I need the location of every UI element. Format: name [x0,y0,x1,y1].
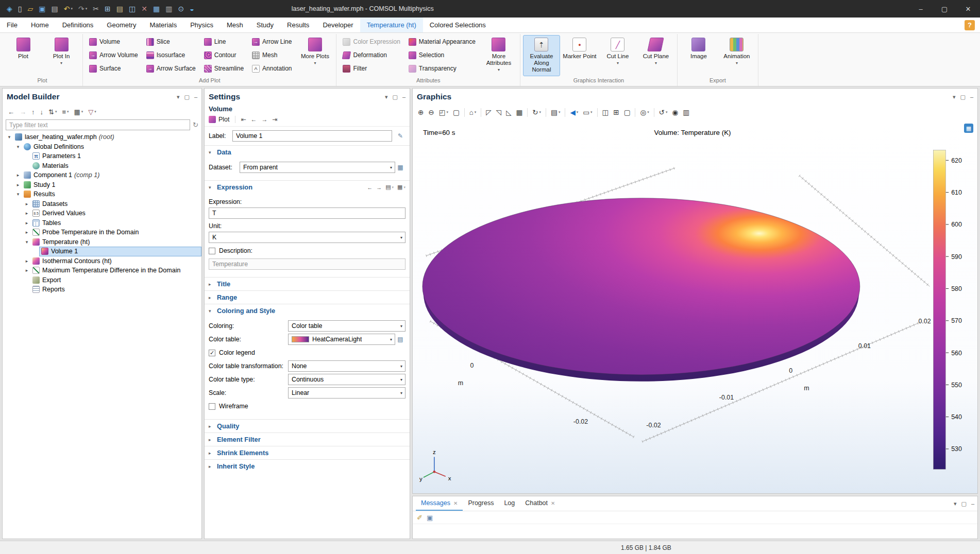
section-header-data[interactable]: ▾Data [205,146,410,159]
copy-icon[interactable]: ⊞ [102,5,113,13]
tab-file[interactable]: File [0,18,24,32]
print-icon[interactable]: ▥ [681,108,691,116]
tree-item-isothermal-contours-ht[interactable]: Isothermal Contours (ht) [30,256,201,266]
collapse-node-icon[interactable]: ▾ [14,144,22,149]
minimize-panel-icon[interactable]: – [402,94,405,100]
material-appearance-button[interactable]: Material Appearance [404,35,480,48]
save-all-icon[interactable]: ▤ [49,5,61,13]
section-header-shrink-elements[interactable]: ▸Shrink Elements [205,446,410,459]
open-icon[interactable]: ▱ [25,5,36,13]
section-header-inherit-style[interactable]: ▸Inherit Style [205,460,410,473]
close-tab-icon[interactable]: ✕ [551,500,555,506]
tab-mesh[interactable]: Mesh [220,18,250,32]
tab-results[interactable]: Results [280,18,316,32]
minimize-panel-icon[interactable]: – [970,94,973,100]
tab-messages[interactable]: Messages✕ [416,496,463,511]
help-icon[interactable]: ? [965,20,975,30]
plot-next-icon[interactable]: → [260,116,269,123]
expand-node-icon[interactable]: ▸ [23,220,30,226]
node-columns-icon[interactable]: ▦▾ [72,108,86,116]
recorder-icon[interactable]: ▥ [163,5,175,13]
undo-icon[interactable]: ↶▾ [61,5,75,13]
tree-item-study-1[interactable]: Study 1 [22,180,201,190]
arrow-surface-button[interactable]: Arrow Surface [142,62,200,75]
tree-item-derived-values[interactable]: 8.5Derived Values [30,209,201,218]
more-plots-button[interactable]: More Plots▾ [296,35,333,76]
minimize-button[interactable]: – [909,0,933,18]
wireframe-checkbox[interactable] [209,403,215,410]
dataset-combo[interactable]: From parent▾ [240,162,395,173]
tree-item-laser-heating-wafer-mph[interactable]: laser_heating_wafer.mph(root) [13,132,201,142]
graphics-context-icon[interactable]: ▦ [964,124,973,133]
insert-expression-icon[interactable]: ▦▾ [397,184,405,191]
arrow-volume-button[interactable]: Arrow Volume [85,48,142,62]
transparency-button[interactable]: Transparency [404,62,480,75]
tree-item-temperature-ht[interactable]: Temperature (ht) [30,237,201,247]
float-panel-icon[interactable]: ▢ [961,500,966,507]
select-mode-icon[interactable]: ◀▾ [568,108,580,116]
expand-node-icon[interactable]: ▸ [14,182,22,187]
tab-chatbot[interactable]: Chatbot✕ [520,496,560,511]
plot-last-icon[interactable]: ⇥ [271,116,279,123]
section-header-coloring-and-style[interactable]: ▾Coloring and Style [205,304,410,317]
color-table-combo[interactable]: HeatCameraLight▾ [288,334,395,345]
selection-button[interactable]: Selection [404,48,480,62]
animation-button[interactable]: Animation▾ [718,35,755,76]
refresh-plot-icon[interactable]: ↻▾ [530,108,543,116]
go-to-source-icon[interactable]: ▦ [395,162,405,172]
annotation-button[interactable]: Annotation [248,62,296,75]
paste-icon[interactable]: ▤ [114,5,126,13]
float-panel-icon[interactable]: ▢ [960,94,965,100]
expand-node-icon[interactable]: ▸ [23,268,30,273]
close-button[interactable]: ✕ [956,0,980,18]
plot-first-icon[interactable]: ⇤ [240,116,248,123]
tab-log[interactable]: Log [499,496,520,511]
expand-node-icon[interactable]: ▸ [23,211,30,216]
tree-item-probe-temperature-in-the-domain[interactable]: Probe Temperature in the Domain [30,228,201,237]
contour-button[interactable]: Contour [200,48,248,62]
tree-item-global-definitions[interactable]: Global Definitions [22,142,201,152]
move-down-icon[interactable]: ↓ [38,108,46,116]
tree-item-reports[interactable]: Reports [30,285,201,295]
expand-node-icon[interactable]: ▸ [14,172,22,178]
tab-home[interactable]: Home [24,18,56,32]
section-header-range[interactable]: ▸Range [205,291,410,304]
tab-study[interactable]: Study [250,18,280,32]
color-table-transformation-combo[interactable]: None▾ [288,360,405,372]
zoom-in-icon[interactable]: ⊕ [416,108,426,116]
environment-icon[interactable]: ◎▾ [638,108,651,116]
section-header-quality[interactable]: ▸Quality [205,420,410,432]
table-window-icon[interactable]: ⊞ [611,108,621,116]
collapse-expand-icon[interactable]: ⇅▾ [46,108,59,116]
refresh-filter-icon[interactable]: ↻ [193,121,198,129]
panel-menu-icon[interactable]: ▾ [953,94,956,100]
section-header-title[interactable]: ▸Title [205,278,410,290]
collapse-node-icon[interactable]: ▾ [23,239,30,245]
tab-colored-selections[interactable]: Colored Selections [423,18,493,32]
minimize-panel-icon[interactable]: – [971,500,974,507]
tab-temperature-ht[interactable]: Temperature (ht) [360,18,423,32]
streamline-button[interactable]: Streamline [200,62,248,75]
detach-window-icon[interactable]: ▢ [622,108,633,116]
back-icon[interactable]: ← [6,108,16,116]
redo-icon[interactable]: ↷▾ [76,5,90,13]
panel-menu-icon[interactable]: ▾ [385,94,388,100]
plot-button[interactable]: Plot [209,116,230,123]
scale-combo[interactable]: Linear▾ [288,387,405,399]
panel-menu-icon[interactable]: ▾ [954,500,957,507]
plot-previous-icon[interactable]: ← [249,116,259,123]
tree-item-tables[interactable]: Tables [30,218,201,228]
image-button[interactable]: Image [680,35,717,76]
split-window-icon[interactable]: ◫ [600,108,611,116]
color-table-editor-icon[interactable]: ▤ [395,334,405,344]
previous-expression-icon[interactable]: ← [367,184,373,191]
plot-canvas[interactable]: Time=60 s Volume: Temperature (K) [413,119,977,493]
snapshot-icon[interactable]: ◉ [670,108,681,116]
isosurface-button[interactable]: Isosurface [142,48,200,62]
model-manager-icon[interactable]: ▦ [150,5,162,13]
show-grid-icon[interactable]: ▦ [514,108,525,116]
evaluate-along-normal-button[interactable]: Evaluate Along Normal [523,35,560,76]
arrow-line-button[interactable]: Arrow Line [248,35,296,48]
go-to-zx-view-icon[interactable]: ◺ [504,108,513,116]
expand-node-icon[interactable]: ▸ [23,230,30,235]
